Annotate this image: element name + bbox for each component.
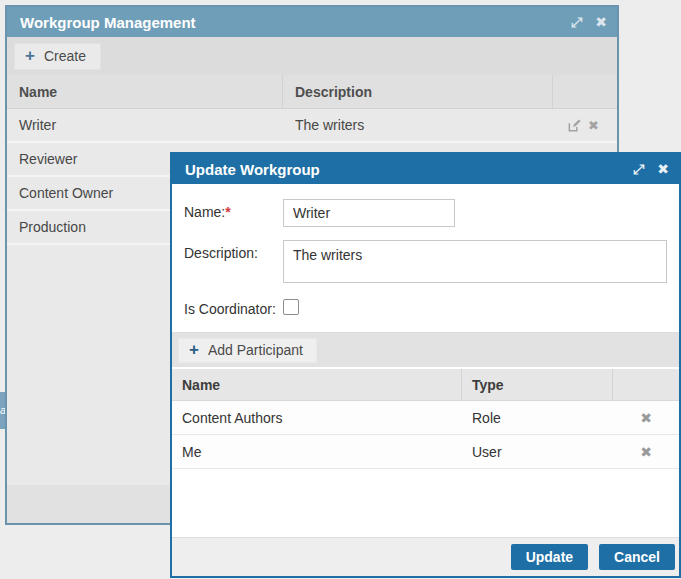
column-header-type[interactable]: Type — [462, 369, 613, 400]
participants-empty-area — [172, 469, 679, 537]
cancel-button[interactable]: Cancel — [599, 544, 675, 570]
column-header-description[interactable]: Description — [283, 75, 553, 108]
required-asterisk: * — [225, 204, 230, 220]
participants-table-header: Name Type — [172, 369, 679, 401]
dialog-titlebar[interactable]: Update Workgroup ⤢ ✖ — [172, 154, 679, 184]
description-field[interactable]: The writers — [283, 240, 667, 283]
maximize-icon[interactable]: ⤢ — [633, 162, 644, 176]
participant-type: User — [462, 435, 613, 468]
add-participant-button[interactable]: + Add Participant — [178, 338, 317, 363]
participant-row[interactable]: Content Authors Role ✖ — [172, 401, 679, 435]
participant-name: Me — [172, 435, 462, 468]
participant-type: Role — [462, 401, 613, 434]
remove-participant-icon[interactable]: ✖ — [640, 444, 652, 460]
name-field[interactable] — [283, 199, 455, 227]
update-workgroup-dialog: Update Workgroup ⤢ ✖ Name:* Description:… — [170, 152, 681, 578]
create-button-label: Create — [44, 48, 86, 64]
delete-icon[interactable]: ✖ — [588, 119, 599, 132]
column-header-actions — [553, 75, 617, 108]
workgroup-form: Name:* Description: The writers Is Coord… — [172, 184, 679, 332]
edit-icon[interactable] — [567, 118, 582, 133]
main-window-title: Workgroup Management — [20, 14, 571, 31]
main-table-header: Name Description — [7, 75, 617, 109]
row-description: The writers — [283, 109, 553, 141]
close-icon[interactable]: ✖ — [595, 15, 607, 29]
add-participant-label: Add Participant — [208, 342, 303, 358]
participants-toolbar: + Add Participant — [172, 333, 679, 367]
plus-icon: + — [25, 49, 35, 63]
maximize-icon[interactable]: ⤢ — [571, 15, 582, 29]
participant-name: Content Authors — [172, 401, 462, 434]
name-field-label: Name:* — [184, 199, 283, 220]
table-row[interactable]: Writer The writers ✖ — [7, 109, 617, 143]
plus-icon: + — [189, 343, 199, 357]
update-button[interactable]: Update — [511, 544, 588, 570]
create-button[interactable]: + Create — [14, 43, 101, 70]
row-name: Writer — [7, 109, 283, 141]
dialog-footer: Update Cancel — [172, 537, 679, 576]
column-header-actions — [613, 369, 679, 400]
participant-row[interactable]: Me User ✖ — [172, 435, 679, 469]
is-coordinator-checkbox[interactable] — [283, 299, 299, 315]
coordinator-field-label: Is Coordinator: — [184, 296, 283, 317]
close-icon[interactable]: ✖ — [657, 162, 669, 176]
column-header-name[interactable]: Name — [172, 369, 462, 400]
main-toolbar: + Create — [7, 37, 617, 75]
desktop: a Workgroup Management ⤢ ✖ + Create Name… — [0, 0, 681, 579]
remove-participant-icon[interactable]: ✖ — [640, 410, 652, 426]
main-window-titlebar[interactable]: Workgroup Management ⤢ ✖ — [7, 7, 617, 37]
column-header-name[interactable]: Name — [7, 75, 283, 108]
dialog-title: Update Workgroup — [185, 161, 633, 178]
description-field-label: Description: — [184, 240, 283, 261]
